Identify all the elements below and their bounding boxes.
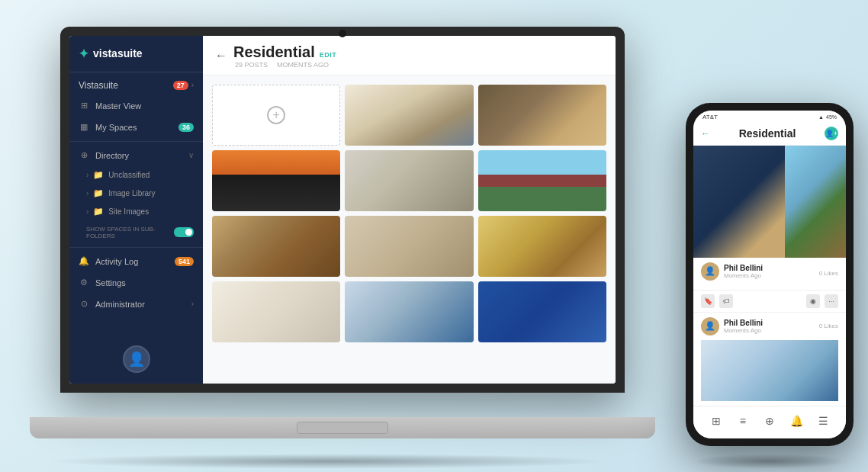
grid-image-5[interactable] — [345, 150, 473, 211]
sidebar-item-directory[interactable]: ⊕ Directory ∨ — [69, 145, 203, 166]
sidebar-item-label-directory: Directory — [95, 151, 182, 160]
phone-hero-image[interactable] — [693, 146, 846, 258]
bell-icon: 🔔 — [79, 256, 89, 267]
laptop-screen: ✦ vistasuite Vistasuite 27 › — [69, 36, 616, 384]
sidebar-item-label-image-library: Image Library — [108, 189, 155, 197]
tag-icon[interactable]: 🏷 — [719, 294, 733, 308]
phone-back-button[interactable]: ← — [701, 128, 710, 139]
phone-post2-likes: 0 Likes — [819, 323, 838, 329]
grid-image-9[interactable] — [478, 216, 606, 277]
phone-status-bar: AT&T ▲ 45% — [693, 111, 846, 122]
phone: AT&T ▲ 45% ← Residential 👤+ — [686, 103, 854, 446]
sidebar-item-administrator[interactable]: ⊙ Administrator › — [69, 294, 203, 315]
grid-image-3[interactable] — [478, 85, 606, 146]
sidebar-item-site-images[interactable]: › 📁 Site Images — [69, 203, 203, 221]
toggle-subfolders-label: SHOW SPACES IN SUB-FOLDERS — [86, 226, 169, 239]
workspace-badge: 27 — [173, 81, 188, 90]
phone-title: Residential — [739, 127, 796, 140]
phone-action-icons-bar: 🔖 🏷 ◉ ··· — [693, 291, 846, 313]
sidebar-header: ✦ vistasuite — [69, 36, 203, 72]
avatar-emoji: 👤 — [128, 351, 145, 368]
more-icon[interactable]: ··· — [825, 294, 838, 308]
phone-status-icons: ▲ 45% — [818, 114, 837, 120]
phone-nav-grid[interactable]: ⊞ — [708, 413, 725, 429]
add-image-cell[interactable]: + — [212, 85, 340, 146]
sidebar-item-settings[interactable]: ⚙ Settings — [69, 272, 203, 294]
phone-post1-info: Phil Bellini Moments Ago — [724, 264, 819, 279]
phone-user-icon[interactable]: 👤+ — [825, 127, 838, 140]
sidebar-item-label-settings: Settings — [95, 278, 194, 287]
folder-icon-unclassified: 📁 — [93, 170, 104, 181]
grid-image-2[interactable] — [345, 85, 473, 146]
phone-post2-avatar: 👤 — [701, 317, 719, 336]
user-avatar: 👤 — [123, 345, 150, 373]
sidebar-item-label-activity-log: Activity Log — [95, 257, 169, 266]
phone-post1-header: 👤 Phil Bellini Moments Ago — [701, 262, 819, 281]
globe-icon: ⊕ — [79, 150, 89, 161]
folder-icon-site-images: 📁 — [93, 207, 104, 217]
phone-action-bar-1: 👤 Phil Bellini Moments Ago 0 Likes — [693, 258, 846, 291]
expand-icon-unclassified: › — [86, 171, 88, 179]
phone-house-image-left — [693, 146, 785, 258]
divider-2 — [69, 247, 203, 248]
phone-post2-time: Moments Ago — [724, 327, 815, 334]
phone-bottom-nav: ⊞ ≡ ⊕ 🔔 ☰ — [693, 406, 846, 438]
grid-image-10[interactable] — [212, 281, 340, 342]
folder-icon-image-library: 📁 — [93, 188, 104, 199]
post-time: MOMENTS AGO — [277, 61, 329, 69]
expand-icon-site-images: › — [86, 207, 88, 216]
expand-icon-image-library: › — [86, 189, 88, 197]
main-content: ← Residential EDIT 29 POSTS MOMENTS AGO — [203, 36, 616, 384]
back-button[interactable]: ← — [215, 49, 227, 63]
phone-post1-likes: 0 Likes — [819, 270, 838, 277]
edit-button[interactable]: EDIT — [320, 51, 337, 59]
phone-left-actions: 🔖 🏷 — [701, 294, 733, 308]
add-icon: + — [267, 106, 285, 124]
settings-icon: ⚙ — [79, 278, 89, 288]
sidebar-item-label-administrator: Administrator — [95, 300, 185, 309]
sidebar-item-unclassified[interactable]: › 📁 Unclassified — [69, 166, 203, 185]
toggle-subfolders[interactable] — [174, 227, 194, 237]
grid-image-7[interactable] — [212, 216, 340, 277]
grid-image-6[interactable] — [478, 150, 606, 211]
user-avatar-container[interactable]: 👤 — [69, 335, 203, 384]
toggle-knob — [185, 229, 192, 236]
sidebar-workspace[interactable]: Vistasuite 27 › — [69, 72, 203, 95]
sidebar-item-master-view[interactable]: ⊞ Master View — [69, 95, 203, 117]
sidebar-item-label-unclassified: Unclassified — [108, 171, 149, 179]
sidebar-item-image-library[interactable]: › 📁 Image Library — [69, 185, 203, 203]
grid-image-12[interactable] — [478, 281, 606, 342]
phone-carrier: AT&T — [702, 114, 718, 120]
phone-post2-author: Phil Bellini — [724, 319, 815, 327]
phone-porch-image-right — [785, 146, 846, 258]
battery-icon: 45% — [826, 114, 837, 120]
workspace-label: Vistasuite — [79, 80, 118, 91]
grid-image-4[interactable] — [212, 150, 340, 211]
phone-nav-menu[interactable]: ☰ — [815, 413, 831, 429]
sidebar-item-my-spaces[interactable]: ▦ My Spaces 36 — [69, 117, 203, 138]
phone-post1-author: Phil Bellini — [724, 264, 819, 272]
sidebar-item-label-master-view: Master View — [95, 101, 194, 111]
logo-text: vistasuite — [93, 47, 143, 59]
share-icon[interactable]: ◉ — [806, 294, 820, 308]
workspace-chevron: › — [191, 81, 194, 89]
phone-post2-image[interactable] — [701, 340, 838, 401]
phone-nav-sliders[interactable]: ≡ — [735, 413, 751, 429]
sidebar-item-activity-log[interactable]: 🔔 Activity Log 541 — [69, 251, 203, 272]
phone-nav-bell[interactable]: 🔔 — [788, 413, 805, 429]
sidebar-item-label-site-images: Site Images — [108, 207, 149, 216]
sidebar: ✦ vistasuite Vistasuite 27 › — [69, 36, 203, 384]
post1-avatar-emoji: 👤 — [705, 266, 715, 276]
sidebar-nav: Vistasuite 27 › ⊞ Master View — [69, 72, 203, 335]
main-header: ← Residential EDIT 29 POSTS MOMENTS AGO — [203, 36, 616, 75]
phone-post2: 👤 Phil Bellini Moments Ago 0 Likes — [693, 313, 846, 406]
phone-nav-plus[interactable]: ⊕ — [761, 413, 778, 429]
grid-image-11[interactable] — [345, 281, 473, 342]
laptop: ✦ vistasuite Vistasuite 27 › — [30, 27, 655, 438]
phone-post2-info: Phil Bellini Moments Ago — [724, 319, 815, 334]
page-title: Residential — [233, 43, 315, 61]
phone-post2-header: 👤 Phil Bellini Moments Ago 0 Likes — [701, 317, 838, 336]
bookmark-icon[interactable]: 🔖 — [701, 294, 715, 308]
image-grid: + — [203, 75, 616, 384]
grid-image-8[interactable] — [345, 216, 473, 277]
